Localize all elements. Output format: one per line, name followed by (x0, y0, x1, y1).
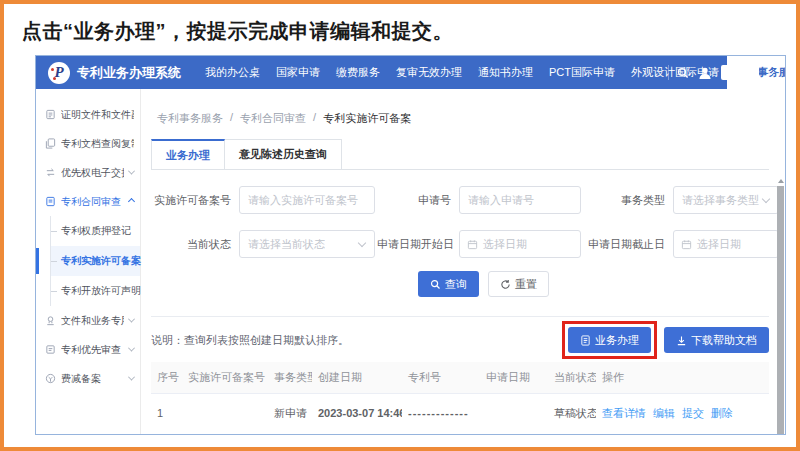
chevron-down-icon (128, 168, 135, 175)
sidebar-item-label: 文件和业务专用章备案 (61, 314, 124, 328)
sidebar-subitem-license-recordal[interactable]: 专利实施许可备案 (51, 246, 140, 276)
brand: P 专利业务办理系统 (48, 62, 181, 84)
sidebar-item-label: 优先权电子交换 (61, 166, 124, 180)
filter-label-apply-end-date: 申请日期截止日 (583, 237, 665, 252)
sidebar-item-seal-recordal[interactable]: 文件和业务专用章备案 (36, 306, 140, 335)
nav-item-fee-service[interactable]: 缴费服务 (328, 56, 388, 89)
search-filter-form: 实施许可备案号 申请号 事务类型 请选择事务类型 (151, 186, 769, 258)
breadcrumb-current: 专利实施许可备案 (323, 111, 411, 126)
cell-operations: 查看详情编辑提交删除 (596, 393, 769, 433)
nav-item-national-application[interactable]: 国家申请 (268, 56, 328, 89)
scrollbar-thumb[interactable] (777, 186, 784, 434)
vertical-scrollbar[interactable] (776, 175, 785, 434)
sidebar-item-document-copy[interactable]: 专利文档查阅复制 (36, 129, 140, 158)
col-patent-no: 专利号 (402, 362, 480, 393)
chevron-down-icon[interactable] (767, 70, 775, 76)
nav-item-reexamination[interactable]: 复审无效办理 (388, 56, 470, 89)
sidebar-item-priority-exchange[interactable]: 优先权电子交换 (36, 158, 140, 187)
calendar-icon (681, 239, 692, 250)
sidebar-item-label: 专利优先审查 (61, 343, 121, 357)
nav-item-pct-international[interactable]: PCT国际申请 (541, 56, 623, 89)
priority-icon (45, 344, 56, 355)
sidebar-subitem-pledge-registration[interactable]: 专利权质押登记 (51, 216, 140, 246)
table-row: 1 新申请 2023-03-07 14:46:38 ------------- … (151, 393, 769, 433)
scroll-up-arrow-icon[interactable] (778, 176, 784, 183)
document-icon (580, 335, 591, 346)
search-button[interactable]: 查询 (418, 271, 479, 297)
tree-dash (51, 291, 57, 292)
tab-opinion-history[interactable]: 意见陈述历史查询 (225, 139, 342, 169)
cell-transaction-type: 新申请 (268, 393, 312, 433)
action-view-details[interactable]: 查看详情 (602, 407, 646, 419)
license-no-input-wrap (239, 186, 375, 214)
download-help-button[interactable]: 下载帮助文档 (664, 327, 769, 353)
sidebar-submenu: 专利权质押登记 专利实施许可备案 专利开放许可声明 (50, 216, 140, 306)
col-record-no: 实施许可备案号 (182, 362, 268, 393)
sidebar-item-label: 专利合同审查 (61, 195, 121, 209)
document-copy-icon (45, 138, 56, 149)
reset-button[interactable]: 重置 (488, 271, 549, 297)
annotation-highlight-box: 业务办理 (562, 321, 657, 359)
sidebar-item-label: 专利文档查阅复制 (61, 137, 134, 151)
cell-seq: 1 (151, 393, 182, 433)
nav-item-notification[interactable]: 通知书办理 (470, 56, 541, 89)
fee-icon (45, 373, 56, 384)
search-button-label: 查询 (445, 277, 467, 292)
apply-end-date-picker[interactable]: 选择日期 (673, 230, 779, 258)
top-navbar: P 专利业务办理系统 我的办公桌 国家申请 缴费服务 复审无效办理 通知书办理 … (36, 56, 785, 89)
cell-status: 草稿状态 (548, 393, 596, 433)
sidebar-item-fee-reduction[interactable]: 费减备案 (36, 364, 140, 393)
cell-patent-no: ------------- (402, 393, 480, 433)
sidebar-subitem-label: 专利开放许可声明 (61, 284, 141, 298)
search-icon (430, 279, 441, 290)
chevron-down-icon (358, 239, 366, 247)
col-status: 当前状态 (548, 362, 596, 393)
sidebar-item-contract-review[interactable]: 专利合同审查 (36, 187, 140, 216)
breadcrumb: 专利事务服务 / 专利合同审查 / 专利实施许可备案 (151, 111, 769, 126)
col-transaction-type: 事务类型 (268, 362, 312, 393)
refresh-icon (500, 279, 511, 290)
instruction-title: 点击“业务办理”，按提示完成申请编辑和提交。 (22, 18, 453, 45)
user-avatar-icon[interactable] (697, 65, 713, 81)
license-no-input[interactable] (240, 187, 374, 213)
exchange-icon (45, 167, 56, 178)
cell-apply-date (480, 393, 548, 433)
records-table: 序号 实施许可备案号 事务类型 创建日期 专利号 申请日期 当前状态 操作 1 (151, 362, 769, 433)
current-status-select[interactable]: 请选择当前状态 (239, 230, 375, 258)
col-created-date: 创建日期 (312, 362, 402, 393)
sidebar-subitem-open-license[interactable]: 专利开放许可声明 (51, 276, 140, 306)
chevron-up-icon (128, 198, 135, 205)
sidebar-item-certified-documents[interactable]: 证明文件和文件副本 (36, 100, 140, 129)
transaction-type-select[interactable]: 请选择事务类型 (673, 186, 779, 214)
tree-dash (51, 231, 57, 232)
tab-bar: 业务办理 意见陈述历史查询 (151, 139, 769, 170)
list-toolbar: 说明：查询列表按照创建日期默认排序。 业务办理 下载帮助文档 (151, 319, 769, 361)
action-edit[interactable]: 编辑 (653, 407, 675, 419)
breadcrumb-item[interactable]: 专利合同审查 (240, 111, 306, 126)
chevron-down-icon (762, 195, 770, 203)
search-icon[interactable] (677, 67, 689, 79)
nav-item-my-desk[interactable]: 我的办公桌 (197, 56, 268, 89)
sidebar-subitem-label: 专利权质押登记 (61, 224, 131, 238)
filter-label-application-no: 申请号 (377, 193, 451, 208)
chevron-down-icon (128, 345, 135, 352)
app-logo-icon: P (48, 62, 70, 84)
col-seq: 序号 (151, 362, 182, 393)
sidebar-item-priority-examination[interactable]: 专利优先审查 (36, 335, 140, 364)
apply-start-date-picker[interactable]: 选择日期 (459, 230, 581, 258)
date-placeholder: 选择日期 (692, 237, 741, 252)
table-header-row: 序号 实施许可备案号 事务类型 创建日期 专利号 申请日期 当前状态 操作 (151, 362, 769, 393)
filter-buttons: 查询 重置 (151, 271, 769, 297)
filter-label-transaction-type: 事务类型 (583, 193, 665, 208)
section-divider (151, 316, 769, 317)
action-delete[interactable]: 删除 (711, 407, 733, 419)
action-submit[interactable]: 提交 (682, 407, 704, 419)
reset-button-label: 重置 (515, 277, 537, 292)
active-indicator-bar (36, 248, 39, 274)
breadcrumb-item[interactable]: 专利事务服务 (157, 111, 223, 126)
tab-business-handling[interactable]: 业务办理 (151, 139, 225, 169)
business-handling-button[interactable]: 业务办理 (568, 327, 651, 353)
select-placeholder: 请选择事务类型 (674, 193, 759, 208)
application-no-input[interactable] (460, 187, 580, 213)
sidebar-item-label: 费减备案 (61, 372, 101, 386)
